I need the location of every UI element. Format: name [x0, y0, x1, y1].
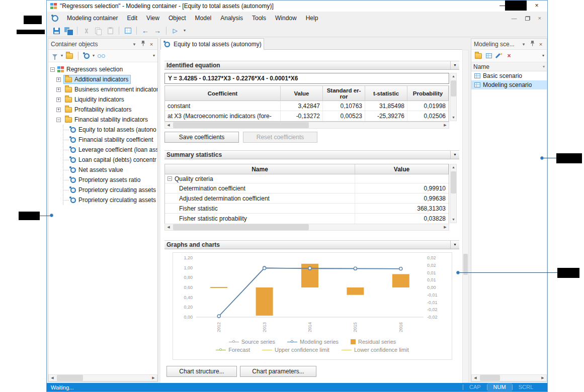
scenario-item[interactable]: Basic scenario [471, 71, 547, 80]
scroll-down-icon[interactable]: ▼ [450, 115, 457, 121]
summary-statistics-header[interactable]: Summary statistics ▼ [164, 150, 459, 159]
tree-folder[interactable]: +Business environment indicators [48, 84, 157, 94]
summary-row[interactable]: Fisher statistic probability0,03828 [165, 214, 449, 224]
delete-scenario-button[interactable]: × [505, 51, 513, 61]
scroll-right-icon[interactable]: ▶ [442, 122, 449, 128]
chevron-down-icon[interactable]: ▾ [153, 54, 155, 58]
expander-icon[interactable]: − [56, 118, 61, 122]
equation-vscrollbar[interactable]: ▲ ▼ [450, 73, 457, 121]
scroll-right-icon[interactable]: ▶ [442, 224, 449, 230]
forward-button[interactable]: → [152, 26, 163, 36]
scroll-thumb[interactable] [451, 80, 456, 96]
coef-hscrollbar[interactable]: ◀ ▶ [164, 122, 449, 129]
legend-item[interactable]: Lower confidence limit [342, 347, 409, 353]
legend-item[interactable]: Forecast [216, 347, 250, 353]
reset-coefficients-button[interactable]: Reset coefficients [243, 132, 317, 143]
copy-button[interactable] [93, 26, 104, 36]
legend-item[interactable]: Upper confidence limit [262, 347, 329, 353]
scroll-up-icon[interactable]: ▲ [450, 73, 457, 79]
left-panel-hscrollbar[interactable]: ◀ ▶ [48, 374, 157, 381]
coef-column-header[interactable]: Coefficient [165, 86, 281, 101]
expander-icon[interactable]: + [56, 108, 61, 112]
expander-icon[interactable]: − [50, 67, 55, 72]
coef-column-header[interactable]: Value [281, 86, 323, 101]
scroll-track[interactable] [56, 375, 150, 381]
expander-icon[interactable]: + [56, 87, 61, 92]
legend-item[interactable]: Residual series [351, 339, 396, 345]
links-button[interactable] [97, 51, 106, 61]
close-icon[interactable]: × [148, 41, 155, 47]
menu-item-model[interactable]: Model [191, 12, 216, 25]
menu-item-window[interactable]: Window [271, 12, 301, 25]
legend-item[interactable]: Source series [229, 339, 275, 345]
tree-folder-node[interactable]: Liquidity indicators [63, 95, 127, 104]
menu-item-modeling-container[interactable]: Modeling container [62, 12, 122, 25]
new-folder-button[interactable] [65, 51, 74, 61]
report-button[interactable] [122, 26, 133, 36]
scroll-track[interactable] [172, 224, 442, 230]
tree-model-item[interactable]: Loan capital (debts) concentr [63, 155, 157, 165]
menu-item-tools[interactable]: Tools [247, 12, 271, 25]
tree-model-item[interactable]: Proprietory assets ratio [63, 175, 157, 185]
chevron-down-icon[interactable]: ▾ [543, 64, 545, 69]
run-dropdown[interactable]: ▾ [182, 26, 188, 36]
close-icon[interactable]: × [537, 41, 544, 47]
tree-model-item[interactable]: Proprietory circulating assets [63, 195, 157, 205]
scroll-right-icon[interactable]: ▶ [150, 375, 157, 381]
save-coefficients-button[interactable]: Save coefficients [164, 132, 239, 143]
scroll-up-icon[interactable]: ▲ [450, 164, 457, 170]
menu-item-edit[interactable]: Edit [122, 12, 142, 25]
chevron-down-icon[interactable]: ▾ [542, 54, 544, 58]
pin-icon[interactable] [529, 41, 536, 47]
summary-group-row[interactable]: −Quality criteria [165, 174, 449, 183]
edit-scenario-button[interactable] [495, 51, 503, 61]
tree-folder-node[interactable]: Financial stability indicators [63, 115, 150, 124]
scroll-track[interactable] [451, 79, 456, 115]
graphs-and-charts-header[interactable]: Graphs and charts ▼ [164, 240, 459, 249]
expander-icon[interactable]: + [56, 77, 61, 82]
equation-box[interactable]: Y = 3.4285 - 0.1327*X3 - 0.2276*X4 - 0.0… [164, 73, 449, 84]
collapse-section-icon[interactable]: ▼ [450, 241, 459, 249]
mdi-minimize-button[interactable]: — [512, 15, 517, 21]
tab-equity-to-total-assets[interactable]: Equity to total assets (autonomy) [160, 38, 264, 50]
scenario-item[interactable]: Modeling scenario [471, 80, 547, 89]
scroll-down-icon[interactable]: ▼ [450, 217, 457, 223]
scroll-left-icon[interactable]: ◀ [49, 375, 56, 381]
save-all-button[interactable] [63, 26, 74, 36]
cut-button[interactable] [80, 26, 92, 36]
tree-folder[interactable]: +Liquidity indicators [48, 94, 157, 105]
scroll-thumb[interactable] [173, 224, 309, 230]
scroll-thumb[interactable] [57, 375, 83, 381]
back-button[interactable]: ← [140, 26, 151, 36]
tree-folder[interactable]: +Profitability indicators [48, 105, 157, 115]
tree-folder-node[interactable]: Additional indicators [63, 75, 131, 84]
summary-hscrollbar[interactable]: ◀ ▶ [164, 224, 449, 231]
menu-item-help[interactable]: Help [301, 12, 323, 25]
new-model-button[interactable] [82, 51, 91, 61]
expander-icon[interactable]: − [168, 176, 172, 181]
scroll-thumb[interactable] [463, 254, 468, 275]
tree-model-item[interactable]: Equity to total assets (autono [63, 125, 157, 135]
scroll-thumb[interactable] [173, 122, 309, 128]
pin-icon[interactable] [139, 41, 146, 47]
summary-row[interactable]: Adjusted determination coefficient0,9963… [165, 193, 449, 204]
chart-area[interactable]: 1,201,000,800,600,400,200,000,020,020,01… [173, 252, 452, 360]
summary-row[interactable]: Determination coefficient0,99910 [165, 183, 449, 193]
coef-row[interactable]: constant3,428470,1076331,854980,01998 [165, 101, 449, 111]
menu-item-analysis[interactable]: Analysis [216, 12, 247, 25]
coef-column-header[interactable]: Standard er- ror [323, 86, 365, 101]
scroll-thumb[interactable] [451, 171, 456, 193]
chevron-down-icon[interactable]: ▾ [520, 42, 527, 47]
tree-model-item[interactable]: Net assets value [63, 165, 157, 175]
chevron-down-icon[interactable]: ▾ [93, 54, 95, 58]
expander-icon[interactable]: + [56, 97, 61, 102]
tree-root[interactable]: −Regressors selection [48, 64, 157, 74]
new-scenario-button[interactable] [485, 51, 493, 61]
mdi-close-button[interactable]: × [538, 15, 541, 21]
tree-model-item[interactable]: Financial stability coefficient [63, 135, 157, 145]
chevron-down-icon[interactable]: ▾ [61, 54, 63, 58]
scroll-track[interactable] [479, 375, 539, 381]
legend-item[interactable]: Modeling series [287, 339, 339, 345]
scroll-right-icon[interactable]: ▶ [539, 375, 546, 381]
scroll-track[interactable] [172, 122, 442, 128]
